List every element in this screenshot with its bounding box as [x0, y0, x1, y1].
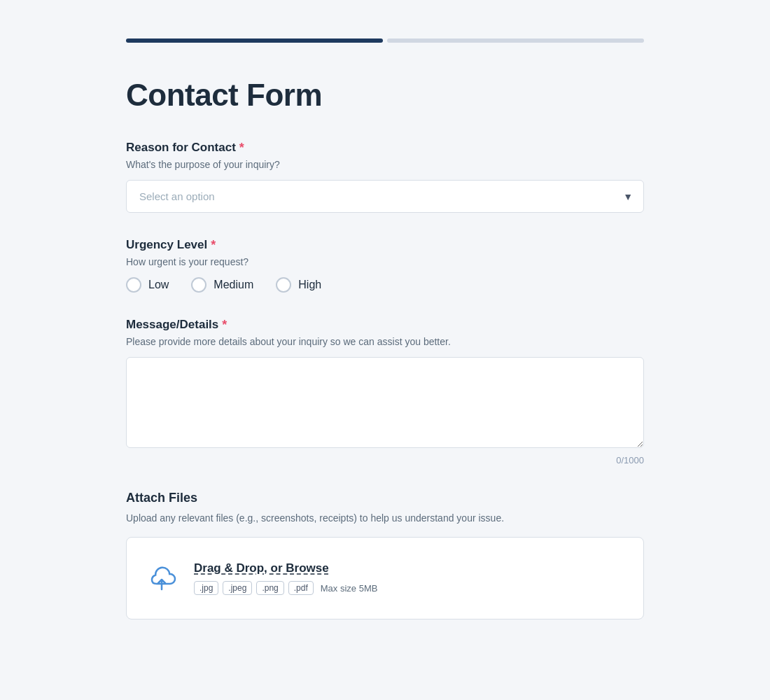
- form-title: Contact Form: [126, 78, 644, 113]
- urgency-medium-option[interactable]: Medium: [191, 277, 253, 293]
- cloud-upload-icon: [144, 559, 180, 595]
- reason-label: Reason for Contact *: [126, 141, 644, 155]
- file-type-png: .png: [256, 581, 284, 595]
- urgency-high-radio[interactable]: [276, 277, 291, 293]
- file-type-pdf: .pdf: [288, 581, 314, 595]
- urgency-high-label: High: [298, 279, 321, 291]
- progress-segment-2: [387, 38, 644, 43]
- drop-primary-text: Drag & Drop, or Browse: [194, 561, 377, 575]
- message-textarea[interactable]: [126, 357, 644, 448]
- urgency-level-section: Urgency Level * How urgent is your reque…: [126, 238, 644, 293]
- reason-select-wrapper: Select an option Technical Support Billi…: [126, 180, 644, 213]
- urgency-label: Urgency Level *: [126, 238, 644, 252]
- reason-for-contact-section: Reason for Contact * What's the purpose …: [126, 141, 644, 213]
- reason-description: What's the purpose of your inquiry?: [126, 159, 644, 170]
- urgency-description: How urgent is your request?: [126, 256, 644, 267]
- urgency-low-option[interactable]: Low: [126, 277, 169, 293]
- file-types-row: .jpg .jpeg .png .pdf Max size 5MB: [194, 581, 377, 595]
- required-asterisk-reason: *: [239, 141, 244, 154]
- attach-files-section: Attach Files Upload any relevant files (…: [126, 491, 644, 620]
- file-type-jpeg: .jpeg: [223, 581, 252, 595]
- message-label: Message/Details *: [126, 318, 644, 332]
- urgency-low-radio[interactable]: [126, 277, 141, 293]
- drop-zone-text: Drag & Drop, or Browse .jpg .jpeg .png .…: [194, 561, 377, 595]
- message-description: Please provide more details about your i…: [126, 336, 644, 347]
- file-type-jpg: .jpg: [194, 581, 218, 595]
- message-details-section: Message/Details * Please provide more de…: [126, 318, 644, 465]
- reason-select[interactable]: Select an option Technical Support Billi…: [126, 180, 644, 213]
- urgency-radio-group: Low Medium High: [126, 277, 644, 293]
- progress-segment-1: [126, 38, 383, 43]
- required-asterisk-urgency: *: [211, 239, 216, 251]
- attach-files-title: Attach Files: [126, 491, 644, 505]
- upload-icon: [144, 559, 180, 598]
- file-drop-zone[interactable]: Drag & Drop, or Browse .jpg .jpeg .png .…: [126, 537, 644, 620]
- urgency-high-option[interactable]: High: [276, 277, 321, 293]
- urgency-low-label: Low: [148, 279, 169, 291]
- required-asterisk-message: *: [222, 318, 227, 331]
- attach-files-description: Upload any relevant files (e.g., screens…: [126, 511, 644, 526]
- max-file-size: Max size 5MB: [321, 583, 378, 594]
- urgency-medium-label: Medium: [214, 279, 253, 291]
- progress-bar: [126, 0, 644, 43]
- char-count: 0/1000: [126, 455, 644, 465]
- urgency-medium-radio[interactable]: [191, 277, 206, 293]
